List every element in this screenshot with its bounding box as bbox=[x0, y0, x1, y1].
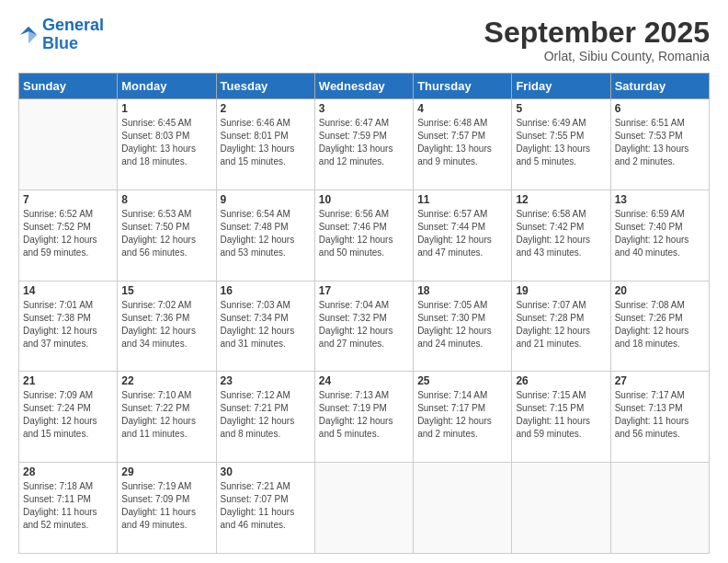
day-info: Sunrise: 6:47 AMSunset: 7:59 PMDaylight:… bbox=[319, 117, 409, 168]
day-info: Sunrise: 7:07 AMSunset: 7:28 PMDaylight:… bbox=[516, 299, 606, 350]
day-info: Sunrise: 7:05 AMSunset: 7:30 PMDaylight:… bbox=[417, 299, 507, 350]
day-number: 16 bbox=[221, 284, 311, 297]
calendar-cell: 13Sunrise: 6:59 AMSunset: 7:40 PMDayligh… bbox=[610, 190, 709, 281]
day-info: Sunrise: 6:45 AMSunset: 8:03 PMDaylight:… bbox=[121, 117, 211, 168]
calendar-cell: 23Sunrise: 7:12 AMSunset: 7:21 PMDayligh… bbox=[216, 372, 314, 463]
day-info: Sunrise: 7:18 AMSunset: 7:11 PMDaylight:… bbox=[23, 480, 113, 532]
day-number: 14 bbox=[23, 284, 113, 297]
day-info: Sunrise: 7:04 AMSunset: 7:32 PMDaylight:… bbox=[319, 299, 409, 350]
day-number: 5 bbox=[516, 102, 606, 115]
day-number: 19 bbox=[516, 284, 606, 297]
calendar-cell: 25Sunrise: 7:14 AMSunset: 7:17 PMDayligh… bbox=[414, 372, 512, 463]
logo-text: General Blue bbox=[42, 17, 104, 53]
day-info: Sunrise: 7:13 AMSunset: 7:19 PMDaylight:… bbox=[319, 389, 409, 441]
day-number: 7 bbox=[23, 193, 113, 206]
day-info: Sunrise: 6:54 AMSunset: 7:48 PMDaylight:… bbox=[221, 208, 311, 259]
logo-line1: General bbox=[42, 16, 104, 34]
calendar-header-row: SundayMondayTuesdayWednesdayThursdayFrid… bbox=[19, 74, 710, 99]
calendar-cell: 27Sunrise: 7:17 AMSunset: 7:13 PMDayligh… bbox=[610, 372, 709, 463]
calendar-cell: 30Sunrise: 7:21 AMSunset: 7:07 PMDayligh… bbox=[216, 463, 314, 554]
day-number: 27 bbox=[615, 374, 705, 387]
calendar-cell: 1Sunrise: 6:45 AMSunset: 8:03 PMDaylight… bbox=[118, 99, 216, 190]
day-info: Sunrise: 7:19 AMSunset: 7:09 PMDaylight:… bbox=[121, 480, 211, 532]
calendar-cell: 4Sunrise: 6:48 AMSunset: 7:57 PMDaylight… bbox=[414, 99, 512, 190]
day-number: 21 bbox=[23, 374, 113, 387]
day-info: Sunrise: 6:52 AMSunset: 7:52 PMDaylight:… bbox=[23, 208, 113, 259]
day-info: Sunrise: 6:53 AMSunset: 7:50 PMDaylight:… bbox=[121, 208, 211, 259]
calendar-cell: 26Sunrise: 7:15 AMSunset: 7:15 PMDayligh… bbox=[512, 372, 610, 463]
day-number: 18 bbox=[417, 284, 507, 297]
calendar-cell: 5Sunrise: 6:49 AMSunset: 7:55 PMDaylight… bbox=[512, 99, 610, 190]
calendar-week-row: 7Sunrise: 6:52 AMSunset: 7:52 PMDaylight… bbox=[19, 190, 710, 281]
calendar-cell: 21Sunrise: 7:09 AMSunset: 7:24 PMDayligh… bbox=[19, 372, 118, 463]
day-info: Sunrise: 7:21 AMSunset: 7:07 PMDaylight:… bbox=[221, 480, 311, 532]
day-info: Sunrise: 7:01 AMSunset: 7:38 PMDaylight:… bbox=[23, 299, 113, 350]
calendar-cell bbox=[610, 463, 709, 554]
calendar-cell: 12Sunrise: 6:58 AMSunset: 7:42 PMDayligh… bbox=[512, 190, 610, 281]
calendar-cell: 16Sunrise: 7:03 AMSunset: 7:34 PMDayligh… bbox=[216, 281, 314, 372]
day-number: 8 bbox=[121, 193, 211, 206]
day-number: 9 bbox=[221, 193, 311, 206]
day-info: Sunrise: 7:02 AMSunset: 7:36 PMDaylight:… bbox=[121, 299, 211, 350]
day-number: 2 bbox=[221, 102, 311, 115]
day-info: Sunrise: 6:56 AMSunset: 7:46 PMDaylight:… bbox=[319, 208, 409, 259]
day-number: 13 bbox=[615, 193, 705, 206]
calendar-cell: 15Sunrise: 7:02 AMSunset: 7:36 PMDayligh… bbox=[118, 281, 216, 372]
calendar-cell: 11Sunrise: 6:57 AMSunset: 7:44 PMDayligh… bbox=[414, 190, 512, 281]
day-info: Sunrise: 6:48 AMSunset: 7:57 PMDaylight:… bbox=[417, 117, 507, 168]
calendar-cell: 20Sunrise: 7:08 AMSunset: 7:26 PMDayligh… bbox=[610, 281, 709, 372]
day-number: 30 bbox=[221, 465, 311, 478]
day-number: 4 bbox=[417, 102, 507, 115]
day-number: 1 bbox=[121, 102, 211, 115]
weekday-header-friday: Friday bbox=[512, 74, 610, 99]
calendar-cell bbox=[512, 463, 610, 554]
calendar-cell: 8Sunrise: 6:53 AMSunset: 7:50 PMDaylight… bbox=[118, 190, 216, 281]
calendar-cell bbox=[19, 99, 118, 190]
day-info: Sunrise: 7:12 AMSunset: 7:21 PMDaylight:… bbox=[221, 389, 311, 441]
day-number: 11 bbox=[417, 193, 507, 206]
calendar-cell: 6Sunrise: 6:51 AMSunset: 7:53 PMDaylight… bbox=[610, 99, 709, 190]
calendar-week-row: 28Sunrise: 7:18 AMSunset: 7:11 PMDayligh… bbox=[19, 463, 710, 554]
day-number: 29 bbox=[121, 465, 211, 478]
weekday-header-sunday: Sunday bbox=[19, 74, 118, 99]
header: General Blue September 2025 Orlat, Sibiu… bbox=[18, 17, 710, 63]
svg-marker-1 bbox=[28, 31, 37, 43]
weekday-header-saturday: Saturday bbox=[610, 74, 709, 99]
logo-icon bbox=[18, 25, 39, 45]
calendar-week-row: 21Sunrise: 7:09 AMSunset: 7:24 PMDayligh… bbox=[19, 372, 710, 463]
day-info: Sunrise: 7:15 AMSunset: 7:15 PMDaylight:… bbox=[516, 389, 606, 441]
day-number: 28 bbox=[23, 465, 113, 478]
calendar-cell: 19Sunrise: 7:07 AMSunset: 7:28 PMDayligh… bbox=[512, 281, 610, 372]
day-number: 26 bbox=[516, 374, 606, 387]
calendar-week-row: 1Sunrise: 6:45 AMSunset: 8:03 PMDaylight… bbox=[19, 99, 710, 190]
day-number: 3 bbox=[319, 102, 409, 115]
weekday-header-thursday: Thursday bbox=[414, 74, 512, 99]
day-info: Sunrise: 6:57 AMSunset: 7:44 PMDaylight:… bbox=[417, 208, 507, 259]
day-number: 17 bbox=[319, 284, 409, 297]
calendar-cell: 3Sunrise: 6:47 AMSunset: 7:59 PMDaylight… bbox=[314, 99, 413, 190]
calendar-cell: 2Sunrise: 6:46 AMSunset: 8:01 PMDaylight… bbox=[216, 99, 314, 190]
calendar-cell: 24Sunrise: 7:13 AMSunset: 7:19 PMDayligh… bbox=[314, 372, 413, 463]
weekday-header-wednesday: Wednesday bbox=[314, 74, 413, 99]
day-info: Sunrise: 6:49 AMSunset: 7:55 PMDaylight:… bbox=[516, 117, 606, 168]
day-number: 15 bbox=[121, 284, 211, 297]
day-info: Sunrise: 6:46 AMSunset: 8:01 PMDaylight:… bbox=[221, 117, 311, 168]
day-number: 24 bbox=[319, 374, 409, 387]
day-info: Sunrise: 7:10 AMSunset: 7:22 PMDaylight:… bbox=[121, 389, 211, 441]
calendar-cell bbox=[414, 463, 512, 554]
logo-line2: Blue bbox=[42, 34, 78, 52]
calendar-cell: 17Sunrise: 7:04 AMSunset: 7:32 PMDayligh… bbox=[314, 281, 413, 372]
month-title: September 2025 bbox=[484, 17, 710, 49]
day-info: Sunrise: 7:14 AMSunset: 7:17 PMDaylight:… bbox=[417, 389, 507, 441]
calendar-cell: 7Sunrise: 6:52 AMSunset: 7:52 PMDaylight… bbox=[19, 190, 118, 281]
title-block: September 2025 Orlat, Sibiu County, Roma… bbox=[484, 17, 710, 63]
day-info: Sunrise: 7:17 AMSunset: 7:13 PMDaylight:… bbox=[615, 389, 705, 441]
weekday-header-tuesday: Tuesday bbox=[216, 74, 314, 99]
day-number: 6 bbox=[615, 102, 705, 115]
calendar-table: SundayMondayTuesdayWednesdayThursdayFrid… bbox=[18, 73, 710, 554]
day-info: Sunrise: 7:09 AMSunset: 7:24 PMDaylight:… bbox=[23, 389, 113, 441]
day-info: Sunrise: 7:08 AMSunset: 7:26 PMDaylight:… bbox=[615, 299, 705, 350]
weekday-header-monday: Monday bbox=[118, 74, 216, 99]
logo: General Blue bbox=[18, 17, 104, 53]
calendar-cell: 9Sunrise: 6:54 AMSunset: 7:48 PMDaylight… bbox=[216, 190, 314, 281]
